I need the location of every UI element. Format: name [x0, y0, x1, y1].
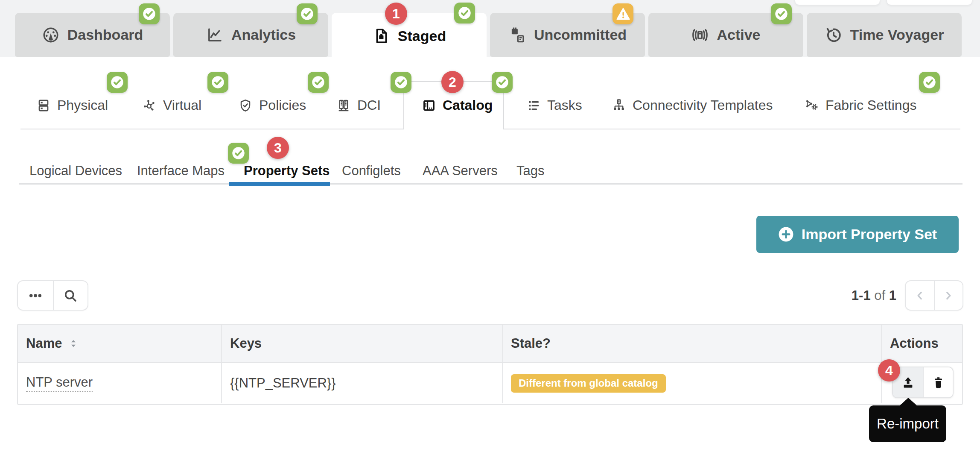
chevron-right-icon — [942, 289, 955, 302]
analytics-icon — [206, 26, 224, 44]
step-badge-3: 3 — [267, 137, 289, 159]
more-options-button[interactable] — [18, 281, 53, 310]
import-property-set-label: Import Property Set — [802, 226, 937, 243]
tab-connectivity-templates-label: Connectivity Templates — [633, 97, 773, 113]
tab-property-sets[interactable]: Property Sets — [244, 159, 330, 183]
staged-icon — [372, 27, 390, 45]
step-badge-1: 1 — [385, 3, 407, 25]
tab-analytics-label: Analytics — [231, 26, 296, 43]
status-ok-badge — [107, 72, 128, 93]
tab-policies-label: Policies — [259, 97, 306, 113]
status-ok-badge — [391, 72, 411, 93]
tab-active-label: Active — [717, 26, 760, 43]
trash-icon — [932, 376, 945, 389]
tab-tags[interactable]: Tags — [516, 159, 544, 183]
table-header-row: Name Keys Stale? Actions — [18, 325, 962, 363]
cutoff-button[interactable] — [887, 0, 972, 5]
fabric-settings-icon — [805, 98, 819, 113]
status-ok-badge — [308, 72, 329, 93]
column-header-actions: Actions — [882, 325, 962, 362]
tab-physical-label: Physical — [57, 97, 108, 113]
status-ok-badge — [139, 3, 160, 24]
status-ok-badge — [297, 3, 318, 24]
step-badge-4: 4 — [878, 359, 900, 382]
tab-logical-devices[interactable]: Logical Devices — [29, 159, 122, 183]
dashboard-icon — [42, 26, 60, 44]
search-button[interactable] — [53, 281, 88, 310]
pager — [905, 280, 963, 311]
tertiary-tab-baseline — [19, 183, 962, 185]
dci-icon — [336, 98, 351, 113]
status-ok-badge — [207, 72, 228, 93]
sort-icon[interactable] — [68, 338, 79, 349]
tab-aaa-servers[interactable]: AAA Servers — [423, 159, 498, 183]
pagination-total: 1 — [889, 288, 896, 303]
tab-time-voyager-label: Time Voyager — [850, 26, 944, 43]
import-property-set-button[interactable]: Import Property Set — [756, 216, 959, 253]
virtual-icon — [142, 98, 157, 113]
upload-icon — [901, 376, 915, 390]
tab-virtual[interactable]: Virtual — [142, 81, 201, 129]
step-badge-2: 2 — [441, 71, 464, 93]
policies-icon — [238, 98, 253, 113]
tab-connectivity-templates[interactable]: Connectivity Templates — [612, 81, 773, 129]
warning-triangle-icon — [616, 7, 630, 21]
tab-fabric-settings-label: Fabric Settings — [825, 97, 916, 113]
plus-circle-icon — [778, 226, 794, 242]
tab-uncommitted-label: Uncommitted — [534, 26, 627, 43]
tab-tasks-label: Tasks — [547, 97, 582, 113]
uncommitted-icon — [508, 26, 526, 44]
tab-dashboard-label: Dashboard — [67, 26, 143, 43]
tab-virtual-label: Virtual — [163, 97, 201, 113]
status-ok-badge — [454, 3, 475, 23]
physical-icon — [36, 98, 51, 113]
status-ok-badge — [771, 3, 792, 24]
tab-interface-maps[interactable]: Interface Maps — [137, 159, 225, 183]
tab-policies[interactable]: Policies — [238, 81, 306, 129]
tab-fabric-settings[interactable]: Fabric Settings — [805, 81, 916, 129]
connectivity-templates-icon — [612, 98, 626, 113]
status-ok-badge — [228, 143, 249, 164]
catalog-icon — [422, 98, 436, 113]
property-set-link[interactable]: NTP server — [26, 375, 93, 392]
pagination-of-label: of — [874, 288, 885, 303]
status-ok-badge — [492, 72, 513, 93]
tab-configlets[interactable]: Configlets — [342, 159, 401, 183]
cell-stale: Different from global catalog — [503, 363, 882, 403]
pagination-range: 1-1 — [852, 288, 871, 303]
property-sets-table: Name Keys Stale? Actions NTP server {{NT — [17, 324, 963, 405]
chevron-left-icon — [913, 289, 926, 302]
cell-name: NTP server — [18, 363, 222, 403]
cutoff-button[interactable] — [795, 0, 880, 5]
search-icon — [63, 288, 78, 303]
row-actions-group — [892, 367, 954, 398]
tab-time-voyager[interactable]: Time Voyager — [807, 13, 962, 57]
time-voyager-icon — [825, 26, 843, 44]
app-root: Dashboard Analytics Staged Uncommitted — [0, 0, 980, 452]
table-row: NTP server {{NTP_SERVER}} Different from… — [18, 363, 962, 403]
tab-dci-label: DCI — [357, 97, 381, 113]
tooltip-arrow-icon — [899, 398, 918, 406]
active-tab-underline — [229, 182, 330, 186]
column-header-keys: Keys — [222, 325, 503, 362]
column-header-stale: Stale? — [503, 325, 882, 362]
table-toolbar — [17, 280, 88, 311]
tab-physical[interactable]: Physical — [36, 81, 108, 129]
tab-staged-label: Staged — [398, 28, 446, 44]
column-header-name[interactable]: Name — [18, 325, 222, 362]
tasks-icon — [526, 98, 541, 113]
stale-status-badge: Different from global catalog — [511, 374, 666, 393]
pagination-info: 1-1 of 1 — [794, 287, 896, 304]
tab-dci[interactable]: DCI — [336, 81, 381, 129]
previous-page-button[interactable] — [906, 281, 934, 310]
active-icon — [691, 26, 709, 44]
tab-tasks[interactable]: Tasks — [526, 81, 582, 129]
status-warning-badge — [612, 3, 633, 24]
more-options-icon — [27, 288, 44, 304]
tab-catalog-label: Catalog — [443, 97, 493, 113]
cell-keys: {{NTP_SERVER}} — [222, 363, 503, 403]
status-ok-badge — [919, 72, 940, 93]
reimport-tooltip: Re-import — [869, 405, 946, 442]
next-page-button[interactable] — [934, 281, 962, 310]
delete-button[interactable] — [923, 367, 953, 397]
